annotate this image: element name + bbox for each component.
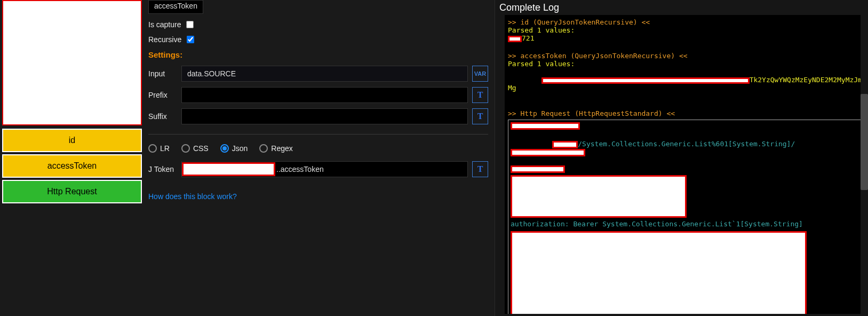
log-line: >> accessToken (QueryJsonTokenRecursive)… <box>508 52 866 60</box>
jtoken-t-button[interactable]: T <box>472 161 488 177</box>
radio-json[interactable]: Json <box>220 144 248 153</box>
redacted-segment <box>511 122 580 130</box>
log-line: Parsed 1 values: <box>508 26 866 34</box>
block-accesstoken[interactable]: accessToken <box>2 154 142 178</box>
recursive-checkbox[interactable] <box>187 36 194 43</box>
log-line: Tk2YzQwYWQzMzEyNDE2M2MyMzJmMg <box>508 68 866 100</box>
input-field[interactable] <box>181 66 468 82</box>
prefix-field[interactable] <box>181 87 468 103</box>
is-capture-label: Is capture <box>148 20 181 29</box>
redacted-segment <box>511 165 565 173</box>
jtoken-label: J Token <box>148 165 181 173</box>
editor-canvas[interactable] <box>2 0 142 125</box>
input-label: Input <box>148 69 181 78</box>
prefix-t-button[interactable]: T <box>472 87 488 103</box>
log-scrollbar-thumb[interactable] <box>861 94 868 190</box>
parse-mode-radios: LR CSS Json Regex <box>148 144 488 153</box>
jtoken-redacted <box>182 162 275 176</box>
settings-header: Settings: <box>148 50 488 59</box>
log-body[interactable]: >> id (QueryJsonTokenRecursive) << Parse… <box>505 15 866 314</box>
redacted-segment <box>552 141 578 148</box>
suffix-label: Suffix <box>148 112 181 121</box>
var-name-display: accessToken <box>148 0 203 14</box>
log-line: >> id (QueryJsonTokenRecursive) << <box>508 18 866 26</box>
prefix-label: Prefix <box>148 91 181 99</box>
radio-lr[interactable]: LR <box>148 144 170 153</box>
suffix-t-button[interactable]: T <box>472 108 488 124</box>
redacted-segment <box>511 231 807 314</box>
log-scrollbar-track[interactable] <box>861 14 868 316</box>
radio-regex[interactable]: Regex <box>259 144 292 153</box>
log-line: >> Http Request (HttpRequestStandard) << <box>508 109 866 117</box>
log-line: 721 <box>508 34 866 42</box>
redacted-segment <box>541 77 750 84</box>
suffix-field[interactable] <box>181 108 468 124</box>
log-line: authorization: Bearer System.Collections… <box>511 220 863 228</box>
log-line: Parsed 1 values: <box>508 60 866 68</box>
block-id[interactable]: id <box>2 129 142 152</box>
log-line: /System.Collections.Generic.List%601[Sys… <box>511 132 863 164</box>
redacted-segment <box>508 36 522 42</box>
is-capture-checkbox[interactable] <box>186 21 194 28</box>
redacted-segment <box>511 175 687 218</box>
jtoken-field[interactable] <box>324 165 467 174</box>
var-button[interactable]: VAR <box>472 66 488 82</box>
redacted-segment <box>511 149 585 156</box>
block-http-request[interactable]: Http Request <box>2 180 142 203</box>
radio-css[interactable]: CSS <box>181 144 209 153</box>
jtoken-suffix-text: ..accessToken <box>276 165 324 173</box>
recursive-label: Recursive <box>148 35 181 44</box>
help-link[interactable]: How does this block work? <box>148 192 237 201</box>
divider <box>148 134 488 135</box>
log-title: Complete Log <box>495 0 868 15</box>
